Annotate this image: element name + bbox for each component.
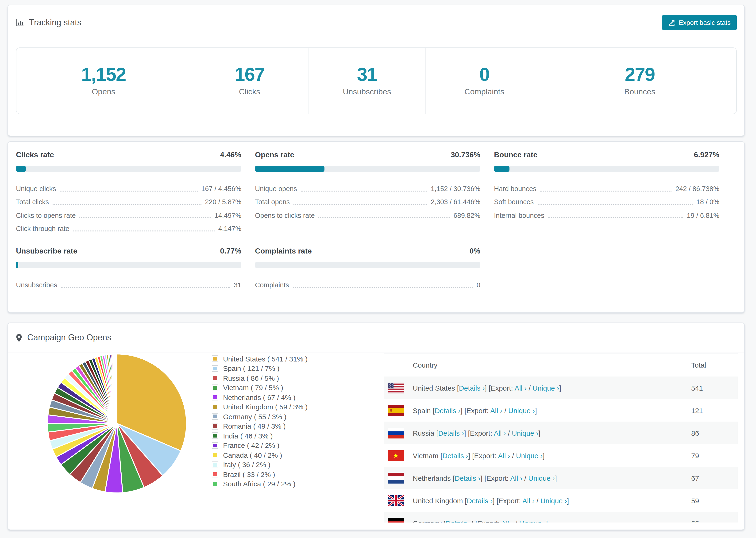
complaints-rate-progress [255, 262, 480, 268]
export-all-link[interactable]: All › [494, 429, 506, 437]
stat-row: Total opens2,303 / 61.446% [255, 193, 480, 206]
export-label: Export: [486, 474, 509, 482]
stat-row: Unique clicks167 / 4.456% [16, 179, 242, 193]
opens-count: 1,152 [81, 65, 126, 83]
country-total: 79 [687, 452, 738, 459]
dotted-leader [61, 287, 230, 288]
bracket: [ [484, 474, 486, 482]
bracket: ] [555, 474, 557, 482]
bracket: ] [538, 429, 540, 437]
legend-item: Italy ( 36 / 2% ) [212, 460, 307, 469]
stat-row-label: Click through rate [16, 225, 69, 233]
legend-item: Vietnam ( 79 / 5% ) [212, 383, 307, 393]
bounces-label: Bounces [624, 87, 655, 97]
unsubscribe-rate-rows: Unsubscribes31 [16, 276, 242, 289]
stat-row-label: Clicks to opens rate [16, 212, 76, 219]
export-all-link[interactable]: All › [490, 406, 503, 414]
country-total: 59 [687, 497, 738, 505]
stat-row: Soft bounces18 / 0% [494, 193, 719, 206]
legend-item: United Kingdom ( 59 / 3% ) [212, 402, 307, 412]
export-unique-link[interactable]: Unique › [532, 384, 559, 392]
legend-label: South Africa ( 29 / 2% ) [223, 480, 296, 488]
gb-flag-icon [388, 495, 404, 506]
country-cell: United States [Details ›] [Export: All ›… [413, 384, 687, 392]
rates-card: Clicks rate 4.46% Unique clicks167 / 4.4… [8, 141, 745, 313]
details-link[interactable]: Details › [446, 519, 471, 522]
opens-rate-progress [255, 166, 480, 172]
stat-row-value: 167 / 4.456% [201, 185, 242, 193]
slash: / [508, 429, 510, 437]
export-unique-link[interactable]: Unique › [540, 497, 567, 505]
clicks-label: Clicks [239, 87, 260, 97]
bracket: [ [475, 519, 477, 522]
stat-row-label: Hard bounces [494, 185, 536, 193]
export-all-link[interactable]: All › [510, 474, 522, 482]
stat-row-label: Complaints [255, 281, 289, 289]
stat-row: Internal bounces19 / 6.81% [494, 206, 719, 219]
geo-legend: United States ( 541 / 31% )Spain ( 121 /… [212, 354, 307, 489]
export-all-link[interactable]: All › [522, 497, 535, 505]
ru-flag-icon [388, 427, 404, 438]
dotted-leader [73, 231, 214, 232]
export-all-link[interactable]: All › [501, 519, 513, 522]
details-link[interactable]: Details › [442, 452, 468, 459]
clicks-count: 167 [235, 65, 265, 83]
export-unique-link[interactable]: Unique › [516, 452, 543, 459]
bracket: ] [481, 474, 482, 482]
details-link[interactable]: Details › [459, 384, 485, 392]
dotted-leader [537, 204, 692, 205]
dotted-leader [540, 190, 672, 191]
geo-table-header: Country Total [384, 353, 738, 377]
details-link[interactable]: Details › [438, 429, 464, 437]
export-unique-link[interactable]: Unique › [512, 429, 538, 437]
legend-label: Germany ( 55 / 3% ) [223, 413, 287, 421]
bounces-count: 279 [625, 65, 655, 83]
slash: / [504, 406, 506, 414]
legend-label: Romania ( 49 / 3% ) [223, 422, 286, 430]
legend-swatch [212, 423, 218, 430]
legend-label: Spain ( 121 / 7% ) [223, 364, 279, 372]
bracket: [ [497, 497, 499, 505]
geo-opens-card: Campaign Geo Opens United States ( 541 /… [8, 323, 745, 530]
table-row: United States [Details ›] [Export: All ›… [384, 377, 738, 399]
export-unique-link[interactable]: Unique › [528, 474, 555, 482]
clicks-rate-progress [16, 166, 242, 172]
geo-opens-title-wrap: Campaign Geo Opens [16, 333, 111, 343]
vn-flag-icon [388, 450, 404, 461]
bar-chart-icon [16, 19, 24, 27]
complaints-rate-title: Complaints rate [255, 247, 312, 255]
tracking-stats-card: Tracking stats Export basic stats 1,152 … [8, 5, 745, 136]
legend-swatch [212, 404, 218, 410]
export-label: Export: [499, 497, 521, 505]
stat-row-value: 18 / 0% [696, 198, 719, 206]
table-row: Netherlands [Details ›] [Export: All › /… [384, 467, 738, 489]
legend-item: Brazil ( 33 / 2% ) [212, 469, 307, 479]
stat-row-label: Total opens [255, 198, 290, 206]
export-all-link[interactable]: All › [498, 452, 510, 459]
export-unique-link[interactable]: Unique › [508, 406, 535, 414]
legend-label: France ( 42 / 2% ) [223, 442, 279, 450]
opens-rate-block: Opens rate 30.736% Unique opens1,152 / 3… [255, 151, 480, 233]
export-unique-link[interactable]: Unique › [519, 519, 546, 522]
details-link[interactable]: Details › [435, 406, 460, 414]
clicks-rate-value: 4.46% [220, 151, 242, 159]
export-all-link[interactable]: All › [514, 384, 527, 392]
export-label: Export: [491, 384, 513, 392]
geo-table: Country Total United States [Details ›] … [384, 353, 738, 522]
details-link[interactable]: Details › [455, 474, 480, 482]
stat-row-label: Unique clicks [16, 185, 56, 193]
export-basic-stats-button[interactable]: Export basic stats [662, 15, 737, 30]
dotted-leader [294, 204, 427, 205]
bracket: [ [433, 406, 435, 414]
details-link[interactable]: Details › [467, 497, 493, 505]
stat-row-value: 689.82% [454, 212, 481, 219]
bounce-rate-title: Bounce rate [494, 151, 537, 159]
clicks-rate-rows: Unique clicks167 / 4.456%Total clicks220… [16, 179, 242, 233]
progress-fill [16, 166, 26, 172]
geo-pie-chart [44, 351, 190, 496]
progress-fill [255, 166, 324, 172]
unsubscribes-label: Unsubscribes [343, 87, 391, 97]
country-total: 121 [687, 406, 738, 414]
country-name: United Kingdom [413, 497, 463, 505]
legend-item: Netherlands ( 67 / 4% ) [212, 393, 307, 402]
